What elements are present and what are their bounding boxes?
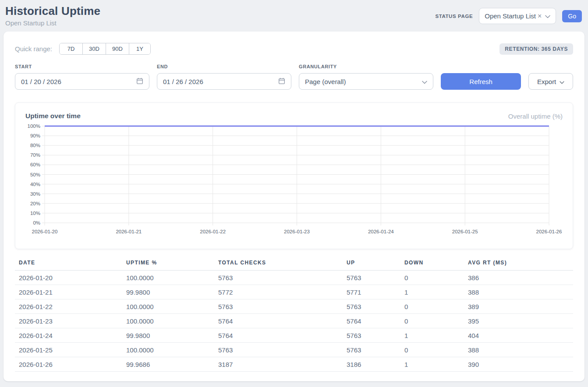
- table-cell: 2026-01-20: [15, 271, 122, 285]
- table-header-cell: DATE: [15, 258, 122, 271]
- svg-text:2026-01-25: 2026-01-25: [452, 229, 478, 234]
- table-row: 2026-01-2699.9686318731861390: [15, 357, 573, 372]
- calendar-icon[interactable]: [278, 77, 285, 86]
- end-date-value: 01 / 26 / 2026: [163, 78, 203, 85]
- table-cell: 386: [464, 271, 573, 285]
- chart-title: Uptime over time: [25, 112, 81, 120]
- status-page-select[interactable]: Open Startup List ×: [479, 8, 556, 24]
- table-cell: 5771: [343, 285, 400, 299]
- table-cell: 390: [464, 357, 573, 372]
- header-right: STATUS PAGE Open Startup List × Go: [435, 8, 582, 24]
- table-body: 2026-01-20100.00005763576303862026-01-21…: [15, 271, 573, 372]
- table-cell: 100.0000: [122, 343, 214, 357]
- svg-text:2026-01-22: 2026-01-22: [200, 229, 226, 234]
- main-card: Quick range: 7D30D90D1Y RETENTION: 365 D…: [4, 32, 584, 381]
- table-header-cell: DOWN: [400, 258, 464, 271]
- export-button[interactable]: Export: [528, 73, 573, 90]
- uptime-line-chart: 0%10%20%30%40%50%60%70%80%90%100%2026-01…: [21, 123, 563, 238]
- table-cell: 1: [400, 285, 464, 299]
- table-cell: 1: [400, 357, 464, 372]
- start-date-input[interactable]: 01 / 20 / 2026: [15, 73, 149, 90]
- svg-text:70%: 70%: [30, 152, 40, 158]
- quick-range-button-7d[interactable]: 7D: [60, 43, 83, 54]
- svg-text:2026-01-23: 2026-01-23: [284, 229, 310, 234]
- top-header: Historical Uptime Open Startup List STAT…: [0, 0, 588, 32]
- end-date-label: END: [157, 64, 291, 69]
- filters-row: START 01 / 20 / 2026 END 01 / 26 / 2026 …: [15, 64, 573, 90]
- table-row: 2026-01-2199.9800577257711388: [15, 285, 573, 299]
- status-page-label: STATUS PAGE: [435, 14, 473, 19]
- quick-range-row: Quick range: 7D30D90D1Y RETENTION: 365 D…: [15, 43, 573, 55]
- table-cell: 0: [400, 314, 464, 328]
- table-cell: 5763: [343, 343, 400, 357]
- granularity-select[interactable]: Page (overall): [299, 73, 433, 90]
- svg-text:100%: 100%: [28, 123, 40, 129]
- quick-range-label: Quick range:: [15, 45, 52, 53]
- table-cell: 99.9800: [122, 328, 214, 343]
- table-cell: 388: [464, 343, 573, 357]
- chevron-down-icon: [560, 78, 564, 85]
- clear-selection-icon[interactable]: ×: [538, 13, 542, 20]
- retention-badge: RETENTION: 365 DAYS: [499, 43, 573, 55]
- table-cell: 388: [464, 285, 573, 299]
- chevron-down-icon: [422, 78, 427, 85]
- table-header-cell: UP: [343, 258, 400, 271]
- table-cell: 100.0000: [122, 271, 214, 285]
- table-cell: 5763: [343, 299, 400, 314]
- calendar-icon[interactable]: [136, 77, 143, 86]
- table-cell: 5763: [214, 271, 343, 285]
- table-header-cell: TOTAL CHECKS: [214, 258, 343, 271]
- table-row: 2026-01-2499.9800576457631404: [15, 328, 573, 343]
- table-cell: 2026-01-23: [15, 314, 122, 328]
- svg-text:2026-01-21: 2026-01-21: [116, 229, 142, 234]
- go-button[interactable]: Go: [562, 10, 582, 22]
- table-row: 2026-01-20100.0000576357630386: [15, 271, 573, 285]
- table-cell: 100.0000: [122, 314, 214, 328]
- table-header-cell: AVG RT (MS): [464, 258, 573, 271]
- table-header-cell: UPTIME %: [122, 258, 214, 271]
- uptime-chart-card: Uptime over time Overall uptime (%) 0%10…: [15, 102, 573, 249]
- uptime-table: DATEUPTIME %TOTAL CHECKSUPDOWNAVG RT (MS…: [15, 258, 573, 372]
- table-cell: 0: [400, 271, 464, 285]
- page-title: Historical Uptime: [5, 4, 100, 18]
- title-block: Historical Uptime Open Startup List: [5, 4, 100, 27]
- table-cell: 5763: [214, 343, 343, 357]
- quick-range-button-30d[interactable]: 30D: [83, 43, 106, 54]
- table-cell: 389: [464, 299, 573, 314]
- table-cell: 2026-01-25: [15, 343, 122, 357]
- quick-range-button-1y[interactable]: 1Y: [129, 43, 150, 54]
- refresh-button[interactable]: Refresh: [441, 73, 521, 90]
- table-cell: 5772: [214, 285, 343, 299]
- svg-text:40%: 40%: [30, 182, 40, 187]
- table-row: 2026-01-22100.0000576357630389: [15, 299, 573, 314]
- table-cell: 2026-01-21: [15, 285, 122, 299]
- table-cell: 5763: [343, 271, 400, 285]
- quick-range-button-90d[interactable]: 90D: [106, 43, 129, 54]
- table-cell: 1: [400, 328, 464, 343]
- table-cell: 395: [464, 314, 573, 328]
- table-cell: 5764: [343, 314, 400, 328]
- export-button-label: Export: [537, 78, 556, 85]
- table-cell: 99.9686: [122, 357, 214, 372]
- table-cell: 2026-01-26: [15, 357, 122, 372]
- svg-text:20%: 20%: [30, 201, 40, 206]
- start-date-label: START: [15, 64, 149, 69]
- table-cell: 3186: [343, 357, 400, 372]
- table-row: 2026-01-23100.0000576457640395: [15, 314, 573, 328]
- table-cell: 5763: [214, 299, 343, 314]
- svg-text:80%: 80%: [30, 143, 40, 148]
- end-date-input[interactable]: 01 / 26 / 2026: [157, 73, 291, 90]
- table-cell: 0: [400, 299, 464, 314]
- svg-text:0%: 0%: [33, 220, 40, 225]
- table-row: 2026-01-25100.0000576357630388: [15, 343, 573, 357]
- table-cell: 2026-01-22: [15, 299, 122, 314]
- table-cell: 5763: [343, 328, 400, 343]
- table-cell: 5764: [214, 328, 343, 343]
- svg-text:90%: 90%: [30, 133, 40, 138]
- table-cell: 404: [464, 328, 573, 343]
- svg-text:50%: 50%: [30, 172, 40, 177]
- table-cell: 100.0000: [122, 299, 214, 314]
- table-header-row: DATEUPTIME %TOTAL CHECKSUPDOWNAVG RT (MS…: [15, 258, 573, 271]
- granularity-label: GRANULARITY: [299, 64, 433, 69]
- start-date-value: 01 / 20 / 2026: [21, 78, 61, 85]
